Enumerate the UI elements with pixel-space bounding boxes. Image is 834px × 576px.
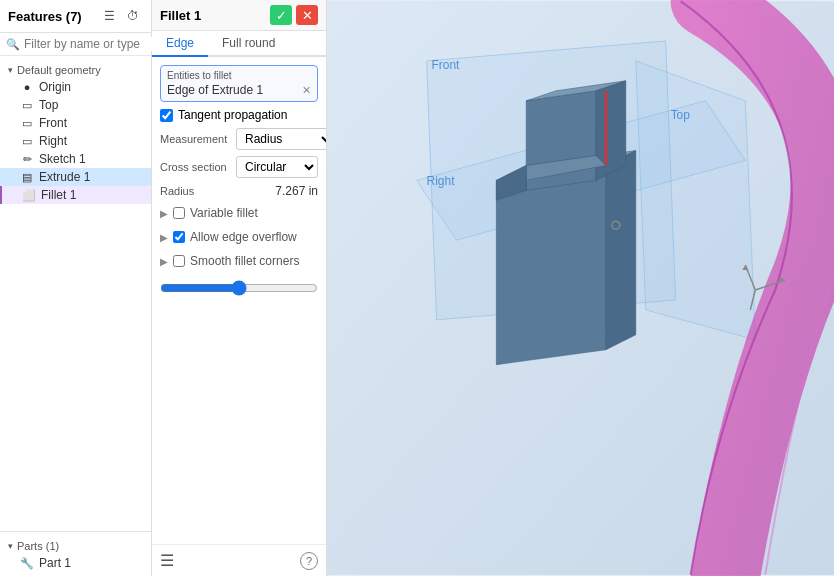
front-label: Front [432, 58, 461, 72]
item-label: Sketch 1 [39, 152, 86, 166]
accept-button[interactable]: ✓ [270, 5, 292, 25]
tangent-propagation-label: Tangent propagation [178, 108, 287, 122]
panel-icon-clock[interactable]: ⏱ [123, 6, 143, 26]
search-icon: 🔍 [6, 38, 20, 51]
section-label: Parts (1) [17, 540, 59, 552]
tangent-propagation-checkbox[interactable] [160, 109, 173, 122]
tree-item-top[interactable]: ▭ Top [0, 96, 151, 114]
fillet-icon: ⬜ [22, 189, 36, 202]
fillet-body: Entities to fillet Edge of Extrude 1 ✕ T… [152, 57, 326, 308]
radius-row: Radius 7.267 in [160, 184, 318, 198]
sketch-icon: ✏ [20, 153, 34, 166]
reject-button[interactable]: ✕ [296, 5, 318, 25]
viewport[interactable]: Front Right Top [327, 0, 834, 576]
item-label: Right [39, 134, 67, 148]
tab-bar: Edge Full round [152, 31, 326, 57]
feature-tree-panel: Features (7) ☰ ⏱ 🔍 ▾ Default geometry ● … [0, 0, 152, 576]
expand-arrow-icon: ▶ [160, 208, 168, 219]
fillet-slider[interactable] [160, 280, 318, 296]
item-label: Fillet 1 [41, 188, 76, 202]
cross-section-label: Cross section [160, 161, 232, 173]
svg-marker-4 [496, 165, 606, 364]
parts-section-label[interactable]: ▾ Parts (1) [0, 536, 151, 554]
right-label: Right [427, 174, 456, 188]
variable-fillet-checkbox[interactable] [173, 207, 185, 219]
cross-section-select[interactable]: Circular Conic [236, 156, 318, 178]
smooth-fillet-checkbox[interactable] [173, 255, 185, 267]
default-geometry-section[interactable]: ▾ Default geometry [0, 60, 151, 78]
plane-icon: ▭ [20, 117, 34, 130]
3d-scene: Front Right Top [327, 0, 834, 576]
expand-arrow-icon: ▶ [160, 232, 168, 243]
parts-section: ▾ Parts (1) 🔧 Part 1 [0, 531, 151, 576]
entities-label: Entities to fillet [167, 70, 311, 81]
extrude-icon: ▤ [20, 171, 34, 184]
measurement-label: Measurement [160, 133, 232, 145]
allow-edge-overflow-checkbox[interactable] [173, 231, 185, 243]
chevron-icon: ▾ [8, 541, 13, 551]
help-button[interactable]: ? [300, 552, 318, 570]
tree-item-front[interactable]: ▭ Front [0, 114, 151, 132]
item-label: Extrude 1 [39, 170, 90, 184]
svg-marker-8 [606, 151, 636, 350]
tree-item-right[interactable]: ▭ Right [0, 132, 151, 150]
tangent-propagation-row: Tangent propagation [160, 108, 318, 122]
origin-icon: ● [20, 81, 34, 93]
item-label: Front [39, 116, 67, 130]
entity-value: Edge of Extrude 1 [167, 83, 263, 97]
tree-item-sketch1[interactable]: ✏ Sketch 1 [0, 150, 151, 168]
fillet-header: Fillet 1 ✓ ✕ [152, 0, 326, 31]
measurement-select[interactable]: Radius Chord width Chord height [236, 128, 326, 150]
part-icon: 🔧 [20, 557, 34, 570]
item-label: Part 1 [39, 556, 71, 570]
top-label: Top [671, 108, 691, 122]
panel-title: Features (7) [8, 9, 95, 24]
panel-header: Features (7) ☰ ⏱ [0, 0, 151, 33]
notes-icon[interactable]: ☰ [160, 551, 174, 570]
entities-group: Entities to fillet Edge of Extrude 1 ✕ [160, 65, 318, 102]
allow-edge-overflow-row: ▶ Allow edge overflow [160, 228, 318, 246]
smooth-fillet-label: Smooth fillet corners [190, 254, 299, 268]
svg-marker-3 [636, 61, 756, 340]
tree-item-extrude1[interactable]: ▤ Extrude 1 [0, 168, 151, 186]
tab-edge[interactable]: Edge [152, 31, 208, 57]
tree-item-origin[interactable]: ● Origin [0, 78, 151, 96]
chevron-icon: ▾ [8, 65, 13, 75]
tree-item-part1[interactable]: 🔧 Part 1 [0, 554, 151, 572]
measurement-row: Measurement Radius Chord width Chord hei… [160, 128, 318, 150]
radius-value: 7.267 in [275, 184, 318, 198]
slider-row [160, 276, 318, 300]
allow-edge-overflow-label: Allow edge overflow [190, 230, 297, 244]
item-label: Top [39, 98, 58, 112]
fillet-footer: ☰ ? [152, 544, 326, 576]
fillet-panel: Fillet 1 ✓ ✕ Edge Full round Entities to… [152, 0, 327, 576]
entity-remove-button[interactable]: ✕ [302, 84, 311, 97]
variable-fillet-label: Variable fillet [190, 206, 258, 220]
smooth-fillet-row: ▶ Smooth fillet corners [160, 252, 318, 270]
expand-arrow-icon: ▶ [160, 256, 168, 267]
fillet-title: Fillet 1 [160, 8, 266, 23]
search-bar: 🔍 [0, 33, 151, 56]
panel-icon-list[interactable]: ☰ [99, 6, 119, 26]
item-label: Origin [39, 80, 71, 94]
plane-icon: ▭ [20, 135, 34, 148]
tab-full-round[interactable]: Full round [208, 31, 289, 57]
cross-section-row: Cross section Circular Conic [160, 156, 318, 178]
variable-fillet-row: ▶ Variable fillet [160, 204, 318, 222]
plane-icon: ▭ [20, 99, 34, 112]
radius-label: Radius [160, 185, 210, 197]
entity-tag: Edge of Extrude 1 ✕ [167, 83, 311, 97]
section-label: Default geometry [17, 64, 101, 76]
feature-tree: ▾ Default geometry ● Origin ▭ Top ▭ Fron… [0, 56, 151, 531]
tree-item-fillet1[interactable]: ⬜ Fillet 1 [0, 186, 151, 204]
